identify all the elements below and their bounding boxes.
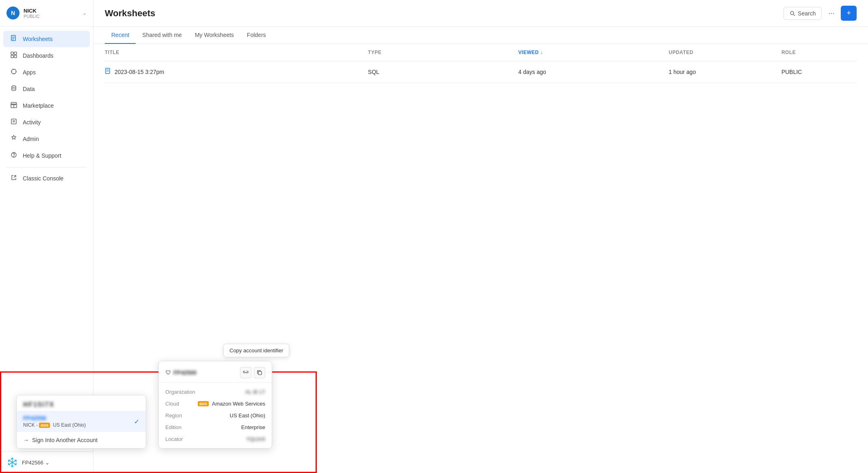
locator-value: YQc2n5	[246, 436, 265, 442]
edition-label: Edition	[165, 424, 182, 430]
activity-icon	[10, 118, 18, 126]
sidebar-item-marketplace-label: Marketplace	[23, 102, 54, 109]
svg-rect-4	[11, 52, 13, 54]
footer-brand[interactable]: FP42566 ⌄	[6, 457, 87, 468]
main-header: Worksheets Search ··· +	[93, 0, 868, 27]
link-button[interactable]	[240, 367, 251, 378]
sort-arrow-icon: ↓	[540, 50, 543, 55]
sidebar-item-dashboards[interactable]: Dashboards	[3, 48, 90, 64]
copy-button[interactable]	[254, 367, 265, 378]
nav-divider	[6, 167, 87, 167]
detail-row-locator: Locator YQc2n5	[159, 433, 272, 445]
account-detail-header: 🛡 FP42500	[159, 361, 272, 383]
detail-row-cloud: Cloud aws Amazon Web Services	[159, 398, 272, 410]
tab-recent[interactable]: Recent	[105, 27, 136, 44]
dashboards-icon	[10, 52, 18, 60]
marketplace-icon	[10, 102, 18, 110]
check-icon: ✓	[134, 418, 139, 425]
row-role: PUBLIC	[781, 61, 857, 83]
detail-row-edition: Edition Enterprise	[159, 421, 272, 433]
sidebar-item-apps-label: Apps	[23, 69, 36, 76]
sidebar-footer[interactable]: FP42566 ⌄	[0, 451, 93, 473]
sidebar-item-classic-console[interactable]: Classic Console	[3, 171, 90, 186]
col-header-title[interactable]: TITLE	[105, 44, 368, 61]
footer-id[interactable]: FP42566 ⌄	[22, 460, 50, 466]
detail-actions	[240, 367, 265, 378]
col-header-viewed[interactable]: VIEWED ↓	[518, 44, 669, 61]
org-label: Organization	[165, 389, 195, 395]
tab-folders[interactable]: Folders	[240, 27, 273, 44]
cloud-label: Cloud	[165, 401, 179, 407]
snowflake-logo	[6, 457, 18, 468]
worksheets-table: TITLE TYPE VIEWED ↓ UPDATED ROLE	[105, 44, 857, 83]
tabs: Recent Shared with me My Worksheets Fold…	[93, 27, 868, 44]
account-item[interactable]: FP42556 NICK - aws US East (Ohio) ✓	[17, 411, 146, 432]
col-header-updated[interactable]: UPDATED	[669, 44, 781, 61]
sidebar-item-admin[interactable]: Admin	[3, 131, 90, 147]
cloud-value: aws Amazon Web Services	[198, 401, 265, 407]
data-icon	[10, 85, 18, 93]
svg-rect-6	[11, 55, 13, 58]
page-title: Worksheets	[105, 8, 155, 19]
copy-tooltip: Copy account identifier	[223, 344, 289, 357]
sidebar-item-worksheets-label: Worksheets	[23, 36, 53, 42]
account-item-desc: NICK - aws US East (Ohio)	[23, 422, 86, 428]
detail-rows: Organization AL IE LT Cloud aws Amazon W…	[159, 383, 272, 448]
detail-id: 🛡 FP42500	[165, 369, 197, 376]
user-name: NICK	[24, 8, 40, 14]
help-icon	[10, 152, 18, 160]
avatar: N	[6, 7, 19, 20]
add-button[interactable]: +	[841, 6, 857, 21]
region-label: Region	[165, 412, 182, 419]
detail-id-text: FP42500	[173, 369, 197, 376]
region-value: US East (Ohio)	[230, 412, 265, 419]
svg-point-15	[14, 156, 14, 157]
edition-value: Enterprise	[241, 424, 265, 430]
account-detail-popup[interactable]: 🛡 FP42500 Organization AL IE LT Cloud	[158, 361, 272, 449]
detail-row-region: Region US East (Ohio)	[159, 410, 272, 421]
sidebar-item-apps[interactable]: Apps	[3, 64, 90, 80]
account-item-id: FP42556	[23, 415, 86, 421]
tab-my-worksheets[interactable]: My Worksheets	[188, 27, 240, 44]
more-options-button[interactable]: ···	[825, 7, 838, 20]
chevron-down-icon[interactable]: ⌄	[82, 10, 87, 16]
header-actions: Search ··· +	[784, 6, 857, 21]
sidebar-item-admin-label: Admin	[23, 136, 39, 142]
svg-point-8	[12, 86, 16, 87]
detail-row-org: Organization AL IE LT	[159, 386, 272, 398]
svg-line-18	[794, 14, 795, 16]
locator-label: Locator	[165, 436, 183, 442]
user-info: NICK PUBLIC	[24, 8, 40, 19]
sidebar-item-help[interactable]: Help & Support	[3, 148, 90, 164]
svg-rect-7	[14, 55, 17, 58]
search-button[interactable]: Search	[784, 7, 822, 20]
aws-icon: aws	[198, 401, 209, 406]
sidebar-item-help-label: Help & Support	[23, 152, 61, 159]
sidebar-item-marketplace[interactable]: Marketplace	[3, 98, 90, 114]
row-updated: 1 hour ago	[669, 61, 781, 83]
row-title: 2023-08-15 3:27pm	[115, 69, 164, 75]
sidebar-nav: Worksheets Dashboards Apps Data Marketpl…	[0, 26, 93, 451]
svg-point-17	[790, 11, 794, 15]
sign-in-another-account[interactable]: → Sign Into Another Account	[17, 432, 146, 448]
tab-shared[interactable]: Shared with me	[136, 27, 188, 44]
chevron-down-icon: ⌄	[45, 460, 50, 466]
table-row[interactable]: 2023-08-15 3:27pm SQL 4 days ago 1 hour …	[105, 61, 857, 83]
sidebar-item-data[interactable]: Data	[3, 81, 90, 97]
admin-icon	[10, 135, 18, 143]
col-header-role[interactable]: ROLE	[781, 44, 857, 61]
classic-console-label: Classic Console	[23, 175, 63, 182]
col-header-type[interactable]: TYPE	[368, 44, 518, 61]
user-role: PUBLIC	[24, 14, 40, 19]
sidebar-item-worksheets[interactable]: Worksheets	[3, 31, 90, 47]
document-icon	[105, 68, 111, 76]
sidebar-item-activity[interactable]: Activity	[3, 114, 90, 130]
sidebar-item-activity-label: Activity	[23, 119, 41, 126]
sign-in-arrow-icon: →	[23, 437, 29, 443]
external-link-icon	[10, 175, 18, 182]
org-value: AL IE LT	[245, 389, 265, 395]
account-popup[interactable]: HF15I7X FP42556 NICK - aws US East (Ohio…	[16, 395, 146, 449]
aws-badge: aws	[39, 423, 50, 428]
user-profile[interactable]: N NICK PUBLIC	[6, 7, 40, 20]
search-label: Search	[798, 10, 816, 17]
